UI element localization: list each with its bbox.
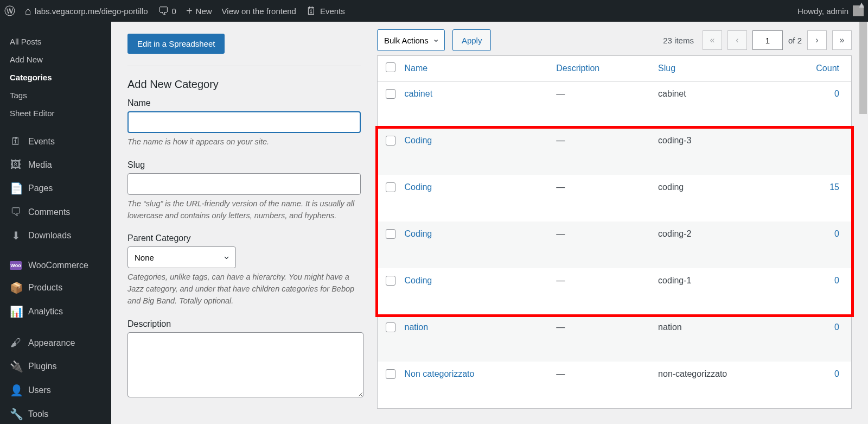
account-link[interactable]: Howdy, admin [797,5,864,16]
sidebar-item-appearance[interactable]: 🖌Appearance [0,331,111,355]
brush-icon: 🖌 [10,337,22,349]
slug-input[interactable] [127,173,361,195]
col-slug[interactable]: Slug [653,56,802,81]
row-count-link[interactable]: 0 [834,322,839,332]
view-frontend-link[interactable]: View on the frontend [222,7,296,16]
sidebar-item-downloads[interactable]: ⬇Downloads [0,224,111,248]
next-page-button[interactable]: › [807,30,827,50]
media-icon: 🖼 [10,159,22,171]
row-name-link[interactable]: Coding [405,136,432,145]
sidebar-item-events[interactable]: 🗓Events [0,130,111,153]
name-label: Name [127,98,361,108]
categories-table: Name Description Slug Count cabinet—cabi… [377,55,852,409]
row-checkbox[interactable] [386,322,395,332]
sidebar-item-label: Media [28,160,52,170]
last-page-button[interactable]: » [832,30,852,50]
site-link[interactable]: ⌂labs.vegacorp.me/diego-portillo [25,5,148,17]
sidebar-item-tools[interactable]: 🔧Tools [0,402,111,423]
row-slug: coding [653,175,802,222]
sidebar-item-woocommerce[interactable]: WooWooCommerce [0,255,111,276]
new-label: New [196,7,212,16]
row-checkbox[interactable] [386,89,395,99]
row-checkbox[interactable] [386,369,395,379]
comment-icon: 🗨 [10,206,22,218]
row-name-link[interactable]: nation [405,322,429,332]
row-checkbox[interactable] [386,136,395,145]
row-count-link[interactable]: 0 [834,369,839,378]
row-slug: non-categorizzato [653,362,802,409]
description-textarea[interactable] [127,332,363,397]
new-link[interactable]: +New [186,5,212,17]
events-link[interactable]: 🗓Events [306,5,345,17]
sidebar-item-products[interactable]: 📦Products [0,276,111,300]
row-count-link[interactable]: 15 [829,182,839,192]
sidebar-item-label: Comments [28,207,70,217]
panel-heading: Add New Category [127,78,361,91]
sidebar-item-analytics[interactable]: 📊Analytics [0,300,111,324]
scroll-up-arrow[interactable]: ▲ [857,0,866,10]
sidebar-item-comments[interactable]: 🗨Comments [0,200,111,224]
name-input[interactable] [127,111,361,133]
row-count-link[interactable]: 0 [834,276,839,285]
scrollbar-thumb[interactable] [859,22,867,114]
chart-icon: 📊 [10,305,22,318]
row-slug: coding-2 [653,222,802,268]
total-pages-text: of 2 [788,36,802,45]
pagination: 23 items « ‹ of 2 › » [663,30,852,50]
row-count-link[interactable]: 0 [834,89,839,98]
sidebar-subitem-sheet-editor[interactable]: Sheet Editor [0,104,111,122]
page-content: Edit in a Spreadsheet Add New Category N… [111,22,868,423]
sidebar-item-users[interactable]: 👤Users [0,378,111,402]
row-name-link[interactable]: Non categorizzato [405,369,475,378]
table-row: Coding—coding-3 [378,128,852,175]
edit-spreadsheet-button[interactable]: Edit in a Spreadsheet [127,34,225,54]
row-description: — [551,222,653,268]
sidebar-item-media[interactable]: 🖼Media [0,153,111,176]
woo-icon: Woo [10,261,22,270]
page-icon: 📄 [10,182,22,195]
sidebar-item-pages[interactable]: 📄Pages [0,176,111,200]
comments-count: 0 [172,7,176,16]
row-checkbox[interactable] [386,276,395,286]
table-row: cabinet—cabinet0 [378,81,852,129]
sidebar-subitem-add-new[interactable]: Add New [0,50,111,68]
col-description[interactable]: Description [551,56,653,81]
comments-link[interactable]: 🗨0 [158,5,176,17]
select-all-checkbox[interactable] [386,62,395,72]
name-help: The name is how it appears on your site. [127,136,363,148]
scrollbar[interactable] [858,22,868,423]
row-name-link[interactable]: Coding [405,276,432,285]
row-name-link[interactable]: cabinet [405,89,433,98]
row-slug: cabinet [653,81,802,129]
bulk-actions-select[interactable]: Bulk Actions [377,29,445,51]
row-description: — [551,268,653,315]
add-category-panel: Edit in a Spreadsheet Add New Category N… [111,22,377,423]
sidebar-item-label: Tools [28,409,48,419]
prev-page-button[interactable]: ‹ [727,30,747,50]
first-page-button[interactable]: « [703,30,722,50]
sidebar-item-label: Analytics [28,307,63,317]
sidebar-item-plugins[interactable]: 🔌Plugins [0,355,111,378]
row-slug: coding-3 [653,128,802,175]
row-description: — [551,175,653,222]
site-url-text: labs.vegacorp.me/diego-portillo [35,7,148,16]
sidebar-subitem-all-posts[interactable]: All Posts [0,33,111,50]
row-checkbox[interactable] [386,229,395,239]
parent-select[interactable]: None [127,246,236,268]
sidebar-subitem-tags[interactable]: Tags [0,86,111,104]
sidebar-item-label: Users [28,385,51,395]
sidebar-subitem-categories[interactable]: Categories [0,68,111,86]
row-description: — [551,315,653,362]
col-count[interactable]: Count [803,56,852,81]
current-page-input[interactable] [752,30,783,50]
sidebar-item-label: Appearance [28,338,75,348]
row-name-link[interactable]: Coding [405,229,432,238]
row-checkbox[interactable] [386,182,395,192]
wp-logo[interactable]: ⓦ [4,4,15,18]
row-count-link[interactable]: 0 [834,229,839,238]
table-row: Coding—coding15 [378,175,852,222]
apply-button[interactable]: Apply [452,29,492,51]
user-icon: 👤 [10,384,22,397]
row-name-link[interactable]: Coding [405,182,432,192]
col-name[interactable]: Name [399,56,551,81]
